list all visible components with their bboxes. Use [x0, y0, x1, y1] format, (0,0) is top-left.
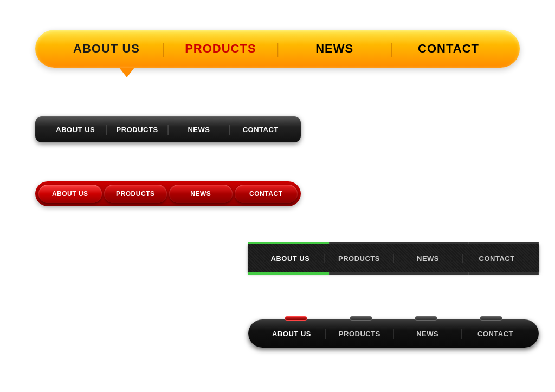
navbar-4-outer: ABOUT US | PRODUCTS | NEWS | CONTACT: [248, 242, 539, 275]
nav5-item-news[interactable]: NEWS: [395, 330, 460, 338]
navbar-2-container: ABOUT US | PRODUCTS | NEWS | CONTACT: [35, 116, 301, 142]
nav5-indicator-3: [415, 316, 437, 321]
nav5-item-about[interactable]: ABOUT US: [259, 330, 324, 338]
navbar-5-container: ABOUT US | PRODUCTS | NEWS | CONTACT: [248, 319, 539, 348]
nav4-green-seg: [248, 242, 330, 244]
nav2-divider-1: |: [105, 123, 108, 136]
nav4-item-news[interactable]: NEWS: [395, 254, 461, 263]
nav1-item-products[interactable]: PRODUCTS: [165, 42, 275, 56]
nav4-item-products[interactable]: PRODUCTS: [326, 254, 392, 263]
nav4-top-dividers: [248, 242, 539, 244]
nav4-item-contact[interactable]: CONTACT: [463, 254, 530, 263]
nav1-divider-1: |: [162, 40, 165, 57]
nav4-seg-2-bot: [330, 272, 399, 275]
nav3-item-news[interactable]: NEWS: [169, 185, 233, 203]
nav4-item-about[interactable]: ABOUT US: [257, 254, 324, 263]
nav4-bottom-dividers: [248, 272, 539, 275]
navbar-4-container: ABOUT US | PRODUCTS | NEWS | CONTACT: [248, 244, 539, 272]
nav1-divider-2: |: [275, 40, 279, 57]
navbar-1-container: ABOUT US | PRODUCTS | NEWS | CONTACT: [35, 30, 520, 68]
nav2-divider-2: |: [166, 123, 169, 136]
nav3-item-products[interactable]: PRODUCTS: [104, 185, 167, 203]
nav4-seg-4-bot: [469, 272, 539, 275]
nav5-indicator-1: [285, 316, 307, 321]
nav5-indicator-2: [350, 316, 372, 321]
nav1-dropdown-arrow: [119, 68, 134, 77]
nav1-divider-3: |: [390, 40, 393, 57]
navbar-1: ABOUT US | PRODUCTS | NEWS | CONTACT: [35, 30, 520, 68]
nav5-item-contact[interactable]: CONTACT: [463, 330, 528, 338]
navbar-3: ABOUT US PRODUCTS NEWS CONTACT: [35, 181, 301, 206]
nav5-divider-3: |: [460, 328, 463, 340]
nav5-item-products[interactable]: PRODUCTS: [327, 330, 392, 338]
navbar-5-outer: ABOUT US | PRODUCTS | NEWS | CONTACT: [248, 319, 539, 348]
nav4-seg-3: [399, 242, 469, 244]
nav5-indicator-4: [480, 316, 502, 321]
navbar-4: ABOUT US | PRODUCTS | NEWS | CONTACT: [248, 242, 539, 275]
nav3-item-contact[interactable]: CONTACT: [235, 185, 298, 203]
nav4-seg-4: [469, 242, 539, 244]
nav3-item-about[interactable]: ABOUT US: [38, 185, 102, 203]
navbar-5: ABOUT US | PRODUCTS | NEWS | CONTACT: [248, 319, 539, 348]
nav5-divider-2: |: [392, 328, 395, 340]
nav4-divider-1: |: [324, 253, 326, 263]
nav4-divider-2: |: [392, 253, 395, 263]
nav1-item-contact[interactable]: CONTACT: [393, 42, 504, 56]
nav1-item-news[interactable]: NEWS: [280, 42, 390, 56]
nav4-seg-3-bot: [399, 272, 469, 275]
nav5-divider-1: |: [324, 328, 327, 340]
nav2-item-about[interactable]: ABOUT US: [46, 126, 105, 134]
nav2-item-products[interactable]: PRODUCTS: [108, 126, 167, 134]
navbar-3-container: ABOUT US PRODUCTS NEWS CONTACT: [35, 181, 301, 206]
nav4-seg-2: [330, 242, 399, 244]
nav2-divider-3: |: [228, 123, 231, 136]
nav4-divider-3: |: [461, 253, 463, 263]
nav4-green-seg-bot: [248, 272, 330, 275]
nav2-item-contact[interactable]: CONTACT: [231, 126, 290, 134]
nav1-item-about[interactable]: ABOUT US: [51, 42, 162, 56]
nav5-indicators: [248, 316, 539, 321]
navbar-2: ABOUT US | PRODUCTS | NEWS | CONTACT: [35, 116, 301, 142]
nav2-item-news[interactable]: NEWS: [170, 126, 229, 134]
